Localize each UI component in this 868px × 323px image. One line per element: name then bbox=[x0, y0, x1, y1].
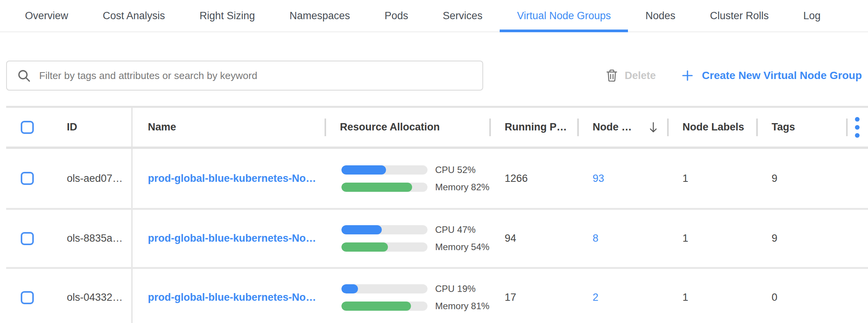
tab-label: Overview bbox=[25, 10, 68, 22]
tags-count: 0 bbox=[756, 292, 846, 303]
select-all-checkbox[interactable] bbox=[21, 121, 34, 134]
row-checkbox[interactable] bbox=[21, 232, 34, 245]
node-labels-count: 1 bbox=[667, 232, 756, 244]
column-options-kebab-menu[interactable] bbox=[846, 108, 868, 147]
tab-namespaces[interactable]: Namespaces bbox=[272, 0, 368, 31]
tab-label: Namespaces bbox=[290, 10, 350, 22]
vng-name-link[interactable]: prod-global-blue-kubernetes-No… bbox=[148, 173, 316, 184]
memory-bar-fill bbox=[341, 183, 412, 192]
tab-pods[interactable]: Pods bbox=[367, 0, 426, 31]
row-checkbox[interactable] bbox=[21, 172, 34, 185]
resource-allocation-cell: CPU 52% Memory 82% bbox=[325, 165, 489, 193]
cpu-usage-label: CPU 19% bbox=[435, 283, 475, 294]
tab-label: Pods bbox=[384, 10, 408, 22]
vng-name-link[interactable]: prod-global-blue-kubernetes-No… bbox=[148, 232, 316, 244]
resource-allocation-cell: CPU 19% Memory 81% bbox=[325, 283, 489, 311]
column-header-id[interactable]: ID bbox=[48, 108, 133, 147]
tab-label: Right Sizing bbox=[200, 10, 255, 22]
vng-id: ols-aed07… bbox=[48, 149, 133, 208]
nodes-count-link[interactable]: 93 bbox=[593, 173, 604, 184]
tab-label: Log bbox=[803, 10, 821, 22]
vng-name-link[interactable]: prod-global-blue-kubernetes-No… bbox=[148, 292, 316, 303]
memory-bar-fill bbox=[341, 242, 388, 252]
nodes-count-link[interactable]: 2 bbox=[593, 292, 598, 303]
table-row: ols-8835a… prod-global-blue-kubernetes-N… bbox=[6, 208, 868, 267]
tab-label: Cluster Rolls bbox=[710, 10, 769, 22]
tags-count: 9 bbox=[756, 173, 846, 185]
memory-usage: Memory 82% bbox=[341, 182, 489, 193]
cpu-bar-fill bbox=[341, 165, 386, 175]
row-checkbox-cell bbox=[6, 269, 48, 323]
table-row: ols-04332… prod-global-blue-kubernetes-N… bbox=[6, 267, 868, 323]
plus-icon bbox=[681, 69, 694, 82]
filter-search-input[interactable] bbox=[39, 70, 475, 82]
row-checkbox-cell bbox=[6, 149, 48, 208]
search-icon bbox=[17, 69, 31, 82]
running-pods-count: 94 bbox=[489, 232, 577, 244]
tab-overview[interactable]: Overview bbox=[8, 0, 86, 31]
memory-bar-track bbox=[341, 183, 427, 192]
column-header-resource-allocation[interactable]: Resource Allocation bbox=[325, 108, 489, 147]
cpu-usage: CPU 52% bbox=[341, 165, 489, 175]
tab-label: Virtual Node Groups bbox=[517, 10, 611, 22]
tab-services[interactable]: Services bbox=[426, 0, 500, 31]
vng-table: ID Name Resource Allocation Running P… N… bbox=[6, 106, 868, 323]
row-checkbox-cell bbox=[6, 210, 48, 267]
cpu-usage-label: CPU 47% bbox=[435, 224, 475, 235]
column-header-running-pods[interactable]: Running P… bbox=[489, 108, 577, 147]
create-vng-label: Create New Virtual Node Group bbox=[702, 69, 862, 82]
kebab-dot bbox=[855, 125, 860, 130]
column-header-name[interactable]: Name bbox=[133, 108, 325, 147]
column-header-node-labels[interactable]: Node Labels bbox=[667, 108, 756, 147]
tab-cluster-rolls[interactable]: Cluster Rolls bbox=[693, 0, 786, 31]
tab-log[interactable]: Log bbox=[786, 0, 838, 31]
cpu-bar-fill bbox=[341, 225, 382, 234]
table-body: ols-aed07… prod-global-blue-kubernetes-N… bbox=[6, 149, 868, 323]
delete-button[interactable]: Delete bbox=[606, 69, 656, 82]
cpu-usage: CPU 19% bbox=[341, 283, 489, 294]
nodes-count-link[interactable]: 8 bbox=[593, 232, 598, 244]
memory-bar-track bbox=[341, 242, 427, 252]
running-pods-count: 17 bbox=[489, 292, 577, 303]
virtual-node-groups-page: Overview Cost Analysis Right Sizing Name… bbox=[0, 0, 868, 323]
tab-cost-analysis[interactable]: Cost Analysis bbox=[86, 0, 182, 31]
running-pods-count: 1266 bbox=[489, 173, 577, 185]
row-checkbox[interactable] bbox=[21, 291, 34, 304]
memory-usage: Memory 81% bbox=[341, 301, 489, 311]
cpu-bar-track bbox=[341, 225, 427, 234]
memory-usage-label: Memory 81% bbox=[435, 301, 489, 311]
cpu-bar-track bbox=[341, 284, 427, 293]
cpu-bar-track bbox=[341, 165, 427, 175]
tab-nodes[interactable]: Nodes bbox=[628, 0, 692, 31]
node-labels-count: 1 bbox=[667, 173, 756, 185]
sort-descending-icon[interactable] bbox=[648, 122, 659, 133]
tab-virtual-node-groups[interactable]: Virtual Node Groups bbox=[500, 0, 628, 31]
toolbar-actions: Delete Create New Virtual Node Group bbox=[606, 69, 862, 82]
kebab-dot bbox=[855, 117, 860, 122]
memory-usage: Memory 54% bbox=[341, 242, 489, 252]
resource-allocation-cell: CPU 47% Memory 54% bbox=[325, 224, 489, 252]
tab-right-sizing[interactable]: Right Sizing bbox=[182, 0, 272, 31]
column-header-tags[interactable]: Tags bbox=[756, 108, 846, 147]
tab-label: Cost Analysis bbox=[103, 10, 165, 22]
delete-label: Delete bbox=[624, 70, 656, 82]
node-labels-count: 1 bbox=[667, 292, 756, 303]
tab-label: Nodes bbox=[645, 10, 675, 22]
vng-id: ols-04332… bbox=[48, 269, 133, 323]
header-checkbox-cell bbox=[6, 108, 48, 147]
tab-label: Services bbox=[443, 10, 483, 22]
table-row: ols-aed07… prod-global-blue-kubernetes-N… bbox=[6, 149, 868, 208]
kebab-dot bbox=[855, 133, 860, 138]
create-vng-button[interactable]: Create New Virtual Node Group bbox=[681, 69, 862, 82]
vng-id: ols-8835a… bbox=[48, 210, 133, 267]
memory-usage-label: Memory 82% bbox=[435, 182, 489, 193]
column-header-nodes[interactable]: Node … bbox=[577, 108, 667, 147]
memory-bar-track bbox=[341, 302, 427, 311]
toolbar: Delete Create New Virtual Node Group bbox=[0, 61, 868, 91]
memory-bar-fill bbox=[341, 302, 411, 311]
table-header-row: ID Name Resource Allocation Running P… N… bbox=[6, 108, 868, 149]
filter-search-box[interactable] bbox=[6, 61, 483, 91]
cpu-usage-label: CPU 52% bbox=[435, 165, 475, 175]
tags-count: 9 bbox=[756, 232, 846, 244]
trash-icon bbox=[606, 69, 618, 82]
